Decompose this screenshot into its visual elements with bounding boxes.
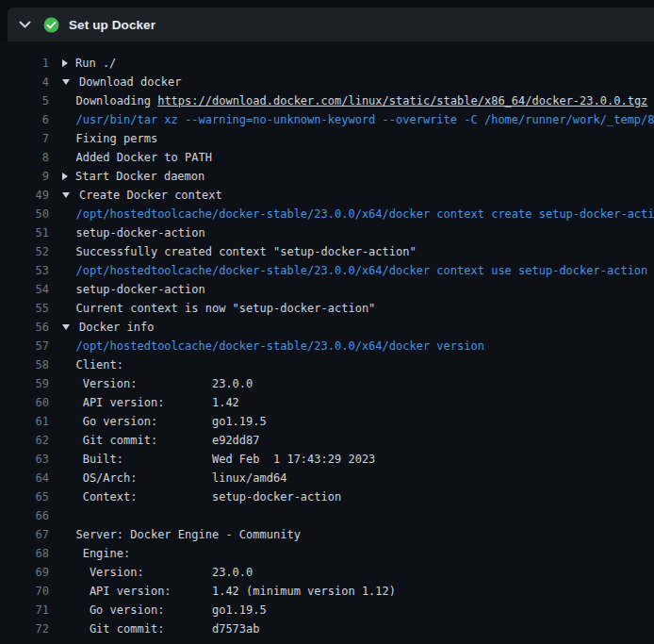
step-title: Set up Docker xyxy=(69,18,155,32)
log-line: 51 setup-docker-action xyxy=(0,223,654,242)
group-title: Download docker xyxy=(79,75,181,89)
log-line: 65 Context: setup-docker-action xyxy=(0,487,654,506)
log-body: 1 Run ./ 4 Download docker 5 Downloading… xyxy=(0,41,654,644)
line-number[interactable]: 54 xyxy=(0,280,49,299)
line-content: setup-docker-action xyxy=(62,223,654,242)
line-content: Current context is now "setup-docker-act… xyxy=(62,299,654,318)
line-content: Start Docker daemon xyxy=(62,167,654,186)
log-line: 55 Current context is now "setup-docker-… xyxy=(0,299,654,318)
line-number[interactable]: 1 xyxy=(0,54,49,73)
line-number[interactable]: 57 xyxy=(0,337,49,355)
step-header[interactable]: Set up Docker xyxy=(8,8,654,41)
line-number[interactable]: 72 xyxy=(0,619,49,638)
log-line: 58 Client: xyxy=(0,355,654,374)
line-number[interactable]: 63 xyxy=(0,450,49,469)
line-number[interactable]: 66 xyxy=(0,506,49,525)
group-title: Start Docker daemon xyxy=(75,170,204,183)
line-content: /opt/hostedtoolcache/docker-stable/23.0.… xyxy=(62,337,654,355)
log-line: 7 Fixing perms xyxy=(0,129,654,148)
success-check-icon xyxy=(43,17,59,33)
line-number[interactable]: 65 xyxy=(0,487,49,506)
log-link[interactable]: https://download.docker.com/linux/static… xyxy=(157,94,647,107)
log-line: 71 Go version: go1.19.5 xyxy=(0,601,654,619)
line-number[interactable]: 6 xyxy=(0,110,49,129)
line-number[interactable]: 55 xyxy=(0,299,49,318)
line-content: Context: setup-docker-action xyxy=(62,487,654,506)
log-line: 57 /opt/hostedtoolcache/docker-stable/23… xyxy=(0,337,654,355)
line-content: setup-docker-action xyxy=(62,280,654,299)
line-content: Version: 23.0.0 xyxy=(62,563,654,582)
line-content: Downloading https://download.docker.com/… xyxy=(62,91,654,110)
line-number[interactable]: 69 xyxy=(0,563,49,582)
line-number[interactable]: 61 xyxy=(0,412,49,431)
chevron-down-icon[interactable] xyxy=(19,21,32,29)
log-group-header[interactable]: 4 Download docker xyxy=(0,73,654,91)
log-line: 6 /usr/bin/tar xz --warning=no-unknown-k… xyxy=(0,110,654,129)
log-line: 68 Engine: xyxy=(0,544,654,563)
log-line: 66 xyxy=(0,506,654,525)
line-content: Docker info xyxy=(62,318,654,337)
log-line: 59 Version: 23.0.0 xyxy=(0,374,654,393)
line-content: Download docker xyxy=(62,73,654,91)
log-group-header[interactable]: 1 Run ./ xyxy=(0,54,654,73)
log-line: 53 /opt/hostedtoolcache/docker-stable/23… xyxy=(0,261,654,280)
line-number[interactable]: 62 xyxy=(0,431,49,450)
line-content: Fixing perms xyxy=(62,129,654,148)
line-content: Create Docker context xyxy=(62,186,654,205)
line-content: Added Docker to PATH xyxy=(62,148,654,167)
group-title: Docker info xyxy=(79,321,154,334)
line-content: Version: 23.0.0 xyxy=(62,374,654,393)
line-number[interactable]: 49 xyxy=(0,186,49,205)
log-line: 72 Git commit: d7573ab xyxy=(0,619,654,638)
group-expanded-icon xyxy=(62,324,70,330)
line-content: Git commit: e92dd87 xyxy=(62,431,654,450)
line-number[interactable]: 50 xyxy=(0,205,49,223)
line-content: Built: Wed Feb 1 17:43:29 2023 xyxy=(62,450,654,469)
log-line: 64 OS/Arch: linux/amd64 xyxy=(0,469,654,487)
line-content: /opt/hostedtoolcache/docker-stable/23.0.… xyxy=(62,205,654,223)
line-content: Engine: xyxy=(62,544,654,563)
line-number[interactable]: 68 xyxy=(0,544,49,563)
log-group-header[interactable]: 56 Docker info xyxy=(0,318,654,337)
line-number[interactable]: 60 xyxy=(0,393,49,412)
line-number[interactable]: 9 xyxy=(0,167,49,186)
line-number[interactable]: 64 xyxy=(0,469,49,487)
line-number[interactable]: 70 xyxy=(0,582,49,601)
log-line: 67 Server: Docker Engine - Community xyxy=(0,525,654,544)
line-number[interactable]: 53 xyxy=(0,261,49,280)
log-group-header[interactable]: 49 Create Docker context xyxy=(0,186,654,205)
log-group-header[interactable]: 9 Start Docker daemon xyxy=(0,167,654,186)
line-number[interactable]: 71 xyxy=(0,601,49,619)
line-content: Server: Docker Engine - Community xyxy=(62,525,654,544)
line-number[interactable]: 58 xyxy=(0,355,49,374)
log-line: 70 API version: 1.42 (minimum version 1.… xyxy=(0,582,654,601)
line-content: Go version: go1.19.5 xyxy=(62,601,654,619)
group-expanded-icon xyxy=(62,192,70,198)
line-content: OS/Arch: linux/amd64 xyxy=(62,469,654,487)
log-line: 62 Git commit: e92dd87 xyxy=(0,431,654,450)
log-line: 61 Go version: go1.19.5 xyxy=(0,412,654,431)
line-content: API version: 1.42 (minimum version 1.12) xyxy=(62,582,654,601)
group-title: Run ./ xyxy=(75,57,116,70)
line-content: Git commit: d7573ab xyxy=(62,619,654,638)
line-number[interactable]: 5 xyxy=(0,91,49,110)
group-expanded-icon xyxy=(62,79,70,85)
line-number[interactable]: 7 xyxy=(0,129,49,148)
line-number[interactable]: 59 xyxy=(0,374,49,393)
log-line: 63 Built: Wed Feb 1 17:43:29 2023 xyxy=(0,450,654,469)
line-number[interactable]: 52 xyxy=(0,242,49,261)
line-content: Client: xyxy=(62,355,654,374)
line-number[interactable]: 8 xyxy=(0,148,49,167)
log-line: 8 Added Docker to PATH xyxy=(0,148,654,167)
line-content xyxy=(62,506,654,525)
line-number[interactable]: 67 xyxy=(0,525,49,544)
log-text: Downloading xyxy=(62,94,157,107)
group-collapsed-icon xyxy=(62,173,68,180)
line-number[interactable]: 51 xyxy=(0,223,49,242)
line-content: Successfully created context "setup-dock… xyxy=(62,242,654,261)
line-number[interactable]: 4 xyxy=(0,73,49,91)
log-line: 50 /opt/hostedtoolcache/docker-stable/23… xyxy=(0,205,654,223)
line-number[interactable]: 56 xyxy=(0,318,49,337)
group-title: Create Docker context xyxy=(79,189,222,202)
line-content: Go version: go1.19.5 xyxy=(62,412,654,431)
